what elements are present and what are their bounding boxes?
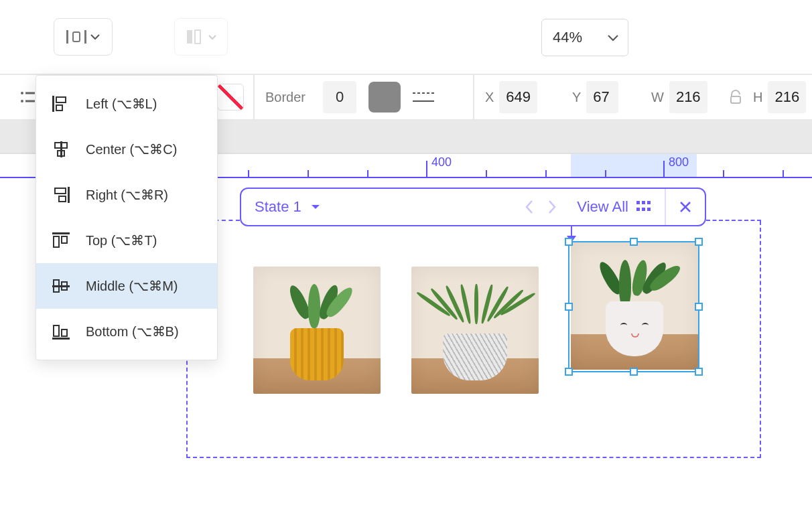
w-input[interactable]: 216 bbox=[669, 81, 707, 113]
distribute-horizontal-button[interactable] bbox=[54, 18, 113, 56]
border-label: Border bbox=[265, 90, 306, 105]
svg-rect-15 bbox=[636, 208, 640, 211]
align-menu: Left (⌥⌘L) Center (⌥⌘C) Right (⌥⌘R) Top … bbox=[36, 75, 218, 360]
svg-point-6 bbox=[21, 100, 23, 102]
y-input[interactable]: 67 bbox=[586, 81, 618, 113]
zoom-value: 44% bbox=[553, 29, 582, 46]
align-center-icon bbox=[51, 141, 71, 157]
align-top-item[interactable]: Top (⌥⌘T) bbox=[36, 218, 217, 263]
svg-rect-27 bbox=[52, 232, 70, 234]
border-width-input[interactable]: 0 bbox=[323, 81, 356, 113]
caret-down-icon bbox=[311, 204, 320, 210]
selection-box[interactable] bbox=[568, 241, 699, 372]
svg-rect-35 bbox=[62, 329, 67, 336]
ruler-tick-label: 400 bbox=[431, 155, 452, 169]
close-icon bbox=[679, 201, 691, 213]
svg-rect-8 bbox=[25, 100, 35, 102]
lock-icon[interactable] bbox=[729, 90, 742, 104]
menu-item-label: Top (⌥⌘T) bbox=[86, 232, 157, 248]
view-all-button[interactable]: View All bbox=[563, 189, 665, 225]
close-state-button[interactable] bbox=[666, 189, 705, 225]
svg-rect-19 bbox=[56, 97, 66, 102]
menu-item-label: Center (⌥⌘C) bbox=[86, 141, 177, 157]
align-right-icon bbox=[51, 187, 71, 203]
align-middle-item[interactable]: Middle (⌥⌘M) bbox=[36, 263, 217, 309]
zoom-select[interactable]: 44% bbox=[541, 19, 628, 56]
more-icon[interactable] bbox=[20, 91, 35, 103]
svg-rect-33 bbox=[52, 338, 70, 340]
border-style-icon[interactable] bbox=[413, 91, 434, 103]
h-input[interactable]: 216 bbox=[768, 81, 806, 113]
distribute-vertical-icon bbox=[186, 29, 204, 45]
svg-rect-4 bbox=[195, 30, 200, 44]
svg-rect-2 bbox=[73, 32, 80, 42]
menu-item-label: Right (⌥⌘R) bbox=[86, 187, 168, 203]
ruler-tick-label: 800 bbox=[669, 155, 689, 169]
align-top-icon bbox=[51, 232, 71, 248]
state-dropdown[interactable]: State 1 bbox=[241, 189, 334, 225]
svg-rect-7 bbox=[25, 92, 35, 94]
state-panel: State 1 View All bbox=[240, 188, 706, 226]
x-label: X bbox=[485, 90, 494, 105]
menu-item-label: Bottom (⌥⌘B) bbox=[86, 323, 179, 340]
menu-item-label: Middle (⌥⌘M) bbox=[86, 278, 178, 294]
view-all-label: View All bbox=[577, 198, 628, 216]
svg-rect-21 bbox=[60, 141, 62, 157]
fill-swatch[interactable] bbox=[217, 84, 244, 111]
x-input[interactable]: 649 bbox=[499, 81, 537, 113]
svg-rect-13 bbox=[642, 201, 645, 204]
grid-icon bbox=[636, 201, 651, 213]
svg-point-5 bbox=[21, 92, 23, 94]
top-toolbar: 44% bbox=[0, 0, 812, 75]
svg-rect-25 bbox=[55, 188, 66, 194]
svg-rect-14 bbox=[647, 201, 651, 204]
svg-rect-34 bbox=[54, 325, 59, 336]
svg-rect-24 bbox=[68, 187, 70, 203]
chevron-down-icon bbox=[208, 34, 216, 40]
svg-rect-12 bbox=[636, 201, 640, 204]
repeater-outline-top-right bbox=[706, 220, 761, 221]
state-label: State 1 bbox=[255, 198, 301, 216]
align-bottom-icon bbox=[51, 323, 71, 340]
svg-rect-29 bbox=[62, 236, 67, 243]
product-image-1[interactable] bbox=[253, 267, 381, 394]
svg-rect-20 bbox=[56, 105, 62, 111]
state-prev-button[interactable] bbox=[518, 189, 541, 225]
product-image-2[interactable] bbox=[411, 267, 539, 394]
align-right-item[interactable]: Right (⌥⌘R) bbox=[36, 172, 217, 218]
svg-rect-11 bbox=[731, 96, 740, 103]
y-label: Y bbox=[572, 90, 581, 105]
chevron-down-icon bbox=[90, 33, 100, 40]
state-next-button[interactable] bbox=[541, 189, 563, 225]
svg-rect-28 bbox=[54, 236, 59, 247]
svg-rect-18 bbox=[52, 96, 54, 112]
svg-rect-26 bbox=[59, 196, 66, 202]
distribute-vertical-button[interactable] bbox=[174, 18, 228, 56]
svg-rect-1 bbox=[84, 30, 86, 44]
h-label: H bbox=[753, 90, 762, 105]
align-bottom-item[interactable]: Bottom (⌥⌘B) bbox=[36, 309, 217, 354]
chevron-down-icon bbox=[608, 34, 618, 42]
align-left-item[interactable]: Left (⌥⌘L) bbox=[36, 81, 217, 127]
distribute-horizontal-icon bbox=[66, 29, 86, 45]
svg-rect-3 bbox=[187, 30, 192, 44]
align-middle-icon bbox=[51, 278, 71, 294]
menu-item-label: Left (⌥⌘L) bbox=[86, 96, 157, 112]
w-label: W bbox=[651, 90, 664, 105]
svg-rect-16 bbox=[642, 208, 645, 211]
svg-rect-0 bbox=[66, 30, 68, 44]
align-center-item[interactable]: Center (⌥⌘C) bbox=[36, 127, 217, 172]
border-color-swatch[interactable] bbox=[368, 82, 401, 113]
align-left-icon bbox=[51, 96, 71, 112]
svg-rect-17 bbox=[647, 208, 651, 211]
